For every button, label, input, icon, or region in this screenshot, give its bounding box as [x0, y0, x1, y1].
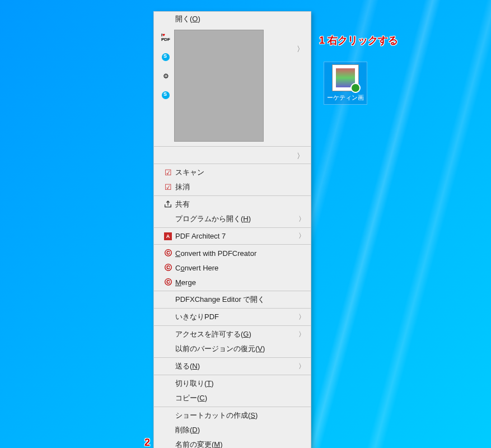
ilovepdf-icon: I♥PDF — [161, 33, 170, 42]
skype-icon — [162, 53, 170, 61]
menu-scan[interactable]: ☑ スキャン — [154, 165, 311, 180]
menu-open-with[interactable]: プログラムから開く(H) 〉 — [154, 212, 311, 226]
menu-separator — [154, 308, 311, 309]
menu-pdf-architect[interactable]: A PDF Architect 7 〉 — [154, 229, 311, 243]
menu-open-label: 開く(O) — [175, 14, 305, 24]
menu-separator — [154, 357, 311, 358]
skype-icon — [162, 91, 170, 99]
menu-erase[interactable]: ☑ 抹消 — [154, 180, 311, 194]
menu-shortcut[interactable]: ショートカットの作成(S) — [154, 408, 311, 423]
chevron-right-icon: 〉 — [297, 44, 304, 54]
menu-merge[interactable]: ⓒ Merge — [154, 275, 311, 290]
menu-delete[interactable]: 削除(D) — [154, 423, 311, 437]
menu-send-to[interactable]: 送る(N) 〉 — [154, 359, 311, 374]
menu-share[interactable]: 共有 — [154, 197, 311, 212]
file-preview-thumbnail — [174, 30, 264, 142]
menu-convert-here-label: Convert Here — [175, 264, 305, 272]
mcafee-icon: ☑ — [165, 183, 172, 192]
menu-separator — [154, 407, 311, 407]
menu-access[interactable]: アクセスを許可する(G) 〉 — [154, 327, 311, 342]
file-thumbnail-icon — [332, 64, 359, 91]
annotation-step1: 1 右クリックする — [319, 34, 398, 47]
desktop-file-icon[interactable]: ーケティン画 — [324, 62, 367, 105]
menu-submenu-blank[interactable]: 〉 — [154, 148, 311, 162]
menu-restore-label: 以前のバージョンの復元(V) — [175, 344, 305, 354]
menu-open-with-label: プログラムから開く(H) — [175, 214, 296, 224]
chevron-right-icon: 〉 — [296, 312, 305, 322]
menu-separator — [154, 227, 311, 228]
menu-separator — [154, 325, 311, 326]
menu-preview-row[interactable]: I♥PDF ⚙ 〉 — [154, 26, 311, 145]
chevron-right-icon: 〉 — [296, 231, 305, 241]
menu-convert-pdfcreator-label: Convert with PDFCreator — [175, 249, 305, 258]
menu-cut-label: 切り取り(T) — [175, 379, 305, 389]
share-icon — [163, 200, 172, 209]
menu-pdf-architect-label: PDF Architect 7 — [175, 232, 296, 240]
menu-shortcut-label: ショートカットの作成(S) — [175, 410, 305, 421]
preview-app-icons: I♥PDF ⚙ — [157, 30, 174, 99]
annotation-step2: 2 — [144, 437, 150, 448]
menu-pdfxchange-label: PDFXChange Editor で開く — [175, 295, 305, 305]
context-menu: 開く(O) I♥PDF ⚙ 〉 〉 ☑ スキャン ☑ 抹消 共有 プログラムから… — [153, 11, 311, 448]
menu-separator — [154, 146, 311, 147]
menu-convert-pdfcreator[interactable]: ⓒ Convert with PDFCreator — [154, 246, 311, 260]
menu-send-to-label: 送る(N) — [175, 361, 296, 371]
menu-erase-label: 抹消 — [175, 182, 305, 192]
chevron-right-icon: 〉 — [296, 214, 305, 224]
mcafee-icon: ☑ — [165, 168, 172, 177]
menu-scan-label: スキャン — [175, 167, 305, 178]
menu-delete-label: 削除(D) — [175, 425, 305, 435]
menu-open[interactable]: 開く(O) — [154, 12, 311, 26]
menu-separator — [154, 244, 311, 245]
chevron-right-icon: 〉 — [296, 330, 305, 339]
menu-copy-label: コピー(C) — [175, 393, 305, 403]
menu-copy[interactable]: コピー(C) — [154, 391, 311, 405]
pdfcreator-icon: ⓒ — [165, 248, 172, 258]
menu-restore[interactable]: 以前のバージョンの復元(V) — [154, 342, 311, 356]
pdfcreator-icon: ⓒ — [165, 277, 172, 287]
menu-ikinari-pdf[interactable]: いきなりPDF 〉 — [154, 310, 311, 324]
file-label: ーケティン画 — [326, 94, 364, 102]
menu-ikinari-label: いきなりPDF — [175, 312, 296, 322]
menu-rename[interactable]: 名前の変更(M) — [154, 437, 311, 448]
menu-separator — [154, 195, 311, 196]
menu-access-label: アクセスを許可する(G) — [175, 329, 296, 339]
menu-cut[interactable]: 切り取り(T) — [154, 376, 311, 391]
menu-share-label: 共有 — [175, 199, 305, 209]
menu-separator — [154, 164, 311, 164]
app-icon: ⚙ — [163, 72, 169, 80]
menu-separator — [154, 291, 311, 291]
menu-merge-label: Merge — [175, 278, 305, 287]
chevron-right-icon: 〉 — [296, 362, 305, 371]
pdfcreator-icon: ⓒ — [165, 263, 172, 273]
chevron-right-icon: 〉 — [297, 151, 304, 161]
menu-rename-label: 名前の変更(M) — [175, 440, 305, 448]
menu-convert-here[interactable]: ⓒ Convert Here — [154, 260, 311, 275]
menu-separator — [154, 375, 311, 375]
menu-pdfxchange[interactable]: PDFXChange Editor で開く — [154, 292, 311, 307]
adobe-icon: A — [164, 232, 172, 240]
